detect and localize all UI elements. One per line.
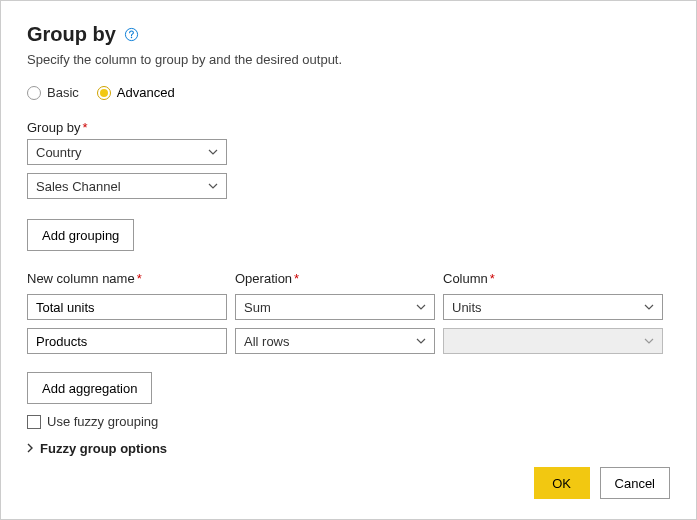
chevron-down-icon [644,338,654,344]
chevron-right-icon [27,441,34,456]
add-grouping-button[interactable]: Add grouping [27,219,134,251]
aggregation-row: All rows [27,328,670,354]
new-column-name-input[interactable] [27,328,227,354]
ok-button[interactable]: OK [534,467,590,499]
new-column-name-input[interactable] [27,294,227,320]
group-by-select-1[interactable]: Sales Channel [27,173,227,199]
chevron-down-icon [416,304,426,310]
dialog-subtitle: Specify the column to group by and the d… [27,52,670,67]
group-by-select-0[interactable]: Country [27,139,227,165]
checkbox-icon [27,415,41,429]
dialog-title: Group by [27,23,116,46]
chevron-down-icon [208,183,218,189]
radio-basic-label: Basic [47,85,79,100]
radio-icon [27,86,41,100]
fuzzy-options-label: Fuzzy group options [40,441,167,456]
select-value: Sum [244,300,271,315]
column-select[interactable]: Units [443,294,663,320]
cancel-button[interactable]: Cancel [600,467,670,499]
operation-label: Operation* [235,271,435,286]
column-label: Column* [443,271,663,286]
select-value: Sales Channel [36,179,121,194]
mode-radio-group: Basic Advanced [27,85,670,100]
add-aggregation-button[interactable]: Add aggregation [27,372,152,404]
column-select-disabled [443,328,663,354]
radio-advanced[interactable]: Advanced [97,85,175,100]
group-by-label: Group by* [27,120,670,135]
radio-basic[interactable]: Basic [27,85,79,100]
fuzzy-grouping-checkbox[interactable]: Use fuzzy grouping [27,414,670,429]
new-column-label: New column name* [27,271,227,286]
aggregation-row: Sum Units [27,294,670,320]
select-value: Country [36,145,82,160]
radio-advanced-label: Advanced [117,85,175,100]
chevron-down-icon [644,304,654,310]
radio-icon [97,86,111,100]
fuzzy-grouping-label: Use fuzzy grouping [47,414,158,429]
chevron-down-icon [416,338,426,344]
select-value: All rows [244,334,290,349]
fuzzy-options-expander[interactable]: Fuzzy group options [27,441,670,456]
operation-select[interactable]: All rows [235,328,435,354]
chevron-down-icon [208,149,218,155]
help-icon[interactable] [124,27,140,43]
select-value: Units [452,300,482,315]
group-by-dialog: Group by Specify the column to group by … [0,0,697,520]
operation-select[interactable]: Sum [235,294,435,320]
svg-point-1 [131,37,133,39]
